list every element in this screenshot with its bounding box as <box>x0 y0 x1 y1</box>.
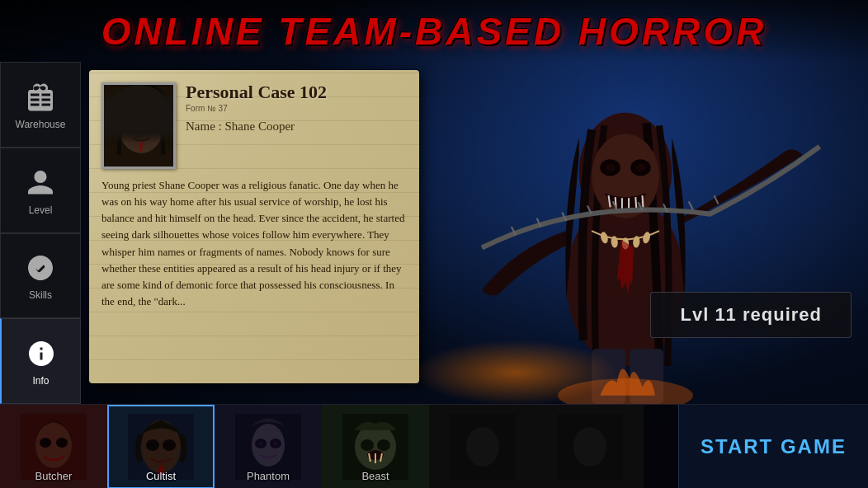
char-phantom[interactable]: Phantom <box>215 405 322 488</box>
svg-point-48 <box>377 439 390 451</box>
info-icon <box>23 336 59 372</box>
skills-icon <box>22 250 59 286</box>
svg-point-5 <box>130 119 136 125</box>
case-photo <box>101 82 176 169</box>
warehouse-icon <box>22 79 59 115</box>
svg-point-38 <box>163 439 176 451</box>
svg-point-44 <box>273 441 278 446</box>
beast-label: Beast <box>323 470 427 482</box>
level-label: Level <box>29 204 53 216</box>
svg-point-33 <box>40 438 51 448</box>
butcher-label: Butcher <box>2 470 106 482</box>
start-game-button[interactable]: START GAME <box>678 405 868 489</box>
svg-point-51 <box>466 427 499 467</box>
svg-point-34 <box>56 438 68 448</box>
svg-rect-0 <box>104 85 176 169</box>
svg-point-53 <box>573 427 606 467</box>
char5-bg <box>431 406 535 487</box>
skills-label: Skills <box>29 289 52 301</box>
case-header-text: Personal Case 102 Form № 37 Name : Shane… <box>186 82 407 169</box>
case-header: Personal Case 102 Form № 37 Name : Shane… <box>101 82 407 169</box>
monster-area: Lvl 11 required <box>394 62 868 404</box>
svg-point-12 <box>605 163 615 171</box>
char-butcher[interactable]: Butcher <box>0 405 107 488</box>
case-body: Young priest Shane Cooper was a religiou… <box>101 177 407 375</box>
cultist-label: Cultist <box>109 470 213 482</box>
case-form-number: Form № 37 <box>186 104 407 113</box>
case-photo-inner <box>104 85 173 167</box>
level-icon <box>22 165 59 201</box>
svg-point-3 <box>128 116 138 128</box>
bottom-bar: Butcher Cultist <box>0 404 868 488</box>
char5-face <box>450 414 516 480</box>
svg-point-47 <box>361 439 374 451</box>
character-list: Butcher Cultist <box>0 405 678 488</box>
svg-point-4 <box>144 116 154 128</box>
warehouse-label: Warehouse <box>16 119 66 130</box>
level-badge: Lvl 11 required <box>650 292 851 338</box>
case-card: Personal Case 102 Form № 37 Name : Shane… <box>89 70 419 383</box>
svg-point-37 <box>146 439 159 451</box>
sidebar-item-skills[interactable]: Skills <box>0 233 81 319</box>
svg-point-43 <box>258 441 263 446</box>
sidebar-item-level[interactable]: Level <box>0 148 81 233</box>
char6-bg <box>538 406 642 487</box>
info-label: Info <box>32 375 49 387</box>
sidebar: Warehouse Level Skills Info <box>0 62 81 404</box>
sidebar-item-info[interactable]: Info <box>0 318 81 404</box>
case-title: Personal Case 102 <box>186 82 407 102</box>
svg-point-6 <box>146 119 153 125</box>
case-name: Name : Shane Cooper <box>186 120 407 134</box>
char-5[interactable] <box>429 405 536 488</box>
level-badge-text: Lvl 11 required <box>680 304 822 325</box>
monster-svg <box>411 62 840 404</box>
char-cultist[interactable]: Cultist <box>107 405 215 488</box>
sidebar-item-warehouse[interactable]: Warehouse <box>0 62 81 148</box>
char6-face <box>557 414 623 480</box>
svg-point-2 <box>115 85 167 120</box>
phantom-label: Phantom <box>216 470 320 482</box>
main-content: Personal Case 102 Form № 37 Name : Shane… <box>81 62 868 404</box>
title-bar: ONLINE TEAM-BASED HORROR <box>0 0 868 62</box>
svg-point-13 <box>635 163 645 171</box>
game-title: ONLINE TEAM-BASED HORROR <box>101 9 767 54</box>
char-6[interactable] <box>536 405 644 488</box>
svg-line-21 <box>689 201 693 209</box>
start-game-label: START GAME <box>701 435 847 458</box>
char-beast[interactable]: Beast <box>322 405 429 488</box>
